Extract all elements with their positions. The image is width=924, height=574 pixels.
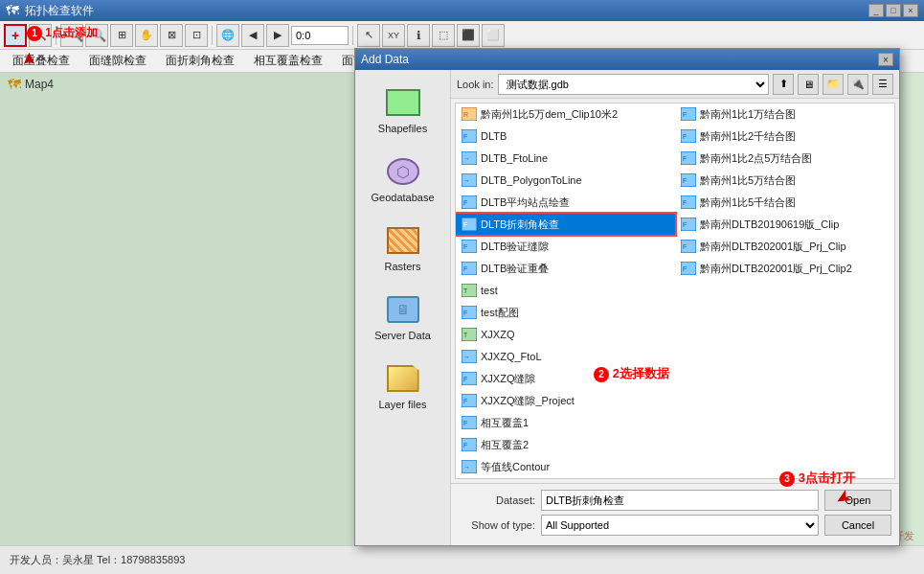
file-item-contour[interactable]: → 等值线Contour — [456, 456, 675, 477]
menu-face-overlap[interactable]: 面重叠检查 — [4, 50, 79, 72]
svg-text:F: F — [683, 133, 687, 140]
shapefiles-icon — [384, 86, 422, 119]
feature-file-icon-c2-1: F — [681, 107, 696, 121]
menu-face-gap[interactable]: 面缝隙检查 — [80, 50, 155, 72]
feature-file-icon-xgap: F — [462, 372, 477, 385]
file-item-dltb[interactable]: F DLTB — [456, 126, 675, 147]
file-item-empty5 — [675, 368, 894, 389]
add-data-button[interactable]: + — [4, 24, 27, 47]
close-button[interactable]: × — [903, 4, 918, 17]
dataset-input[interactable]: DLTB折刺角检查 — [541, 490, 819, 511]
file-item-col2-5[interactable]: F 黔南州1比5千结合图 — [675, 192, 894, 213]
file-item-col2-7[interactable]: F 黔南州DLTB202001版_Prj_Clip — [675, 236, 894, 257]
svg-text:F: F — [683, 177, 687, 184]
file-item-testmap[interactable]: F test配图 — [456, 302, 675, 323]
file-item-gap[interactable]: F DLTB验证缝隙 — [456, 236, 675, 257]
maximize-button[interactable]: □ — [886, 4, 901, 17]
file-item-col2-8[interactable]: F 黔南州DLTB202001版_Prj_Clip2 — [675, 258, 894, 279]
file-item-empty3 — [675, 324, 894, 345]
feature-file-icon-xftol: → — [462, 350, 477, 363]
tool1[interactable]: ⬚ — [432, 24, 455, 47]
layerfiles-label: Layer files — [378, 399, 426, 410]
left-server-data[interactable]: 🖥 Server Data — [360, 287, 446, 348]
menu-mutual-cover[interactable]: 相互覆盖检查 — [245, 50, 331, 72]
file-item-col2-1[interactable]: F 黔南州1比1万结合图 — [675, 103, 894, 125]
serverdata-label: Server Data — [374, 330, 431, 341]
identify-button[interactable]: ⊡ — [185, 24, 208, 47]
file-item-overlap[interactable]: F DLTB验证重叠 — [456, 258, 675, 279]
file-item-empty8 — [675, 434, 894, 455]
left-layer-files[interactable]: Layer files — [360, 356, 446, 417]
file-item-empty7 — [675, 412, 894, 433]
showtype-select[interactable]: All Supported — [541, 515, 819, 536]
dialog-close-button[interactable]: × — [878, 53, 893, 66]
nav-new-folder-button[interactable]: 📁 — [823, 74, 844, 95]
file-item-col2-2[interactable]: F 黔南州1比2千结合图 — [675, 126, 894, 147]
file-item-polytoline[interactable]: → DLTB_PolygonToLine — [456, 170, 675, 191]
lookin-select[interactable]: 测试数据.gdb — [498, 74, 769, 95]
file-item-test[interactable]: T test — [456, 280, 675, 301]
nav-connect-button[interactable]: 🔌 — [847, 74, 868, 95]
svg-text:F: F — [683, 221, 687, 228]
tool3[interactable]: ⬜ — [482, 24, 505, 47]
feature-file-icon-polytoline: → — [462, 173, 477, 187]
xy-button[interactable]: XY — [382, 24, 405, 47]
minimize-button[interactable]: _ — [868, 4, 884, 17]
nav-up-button[interactable]: ⬆ — [773, 74, 794, 95]
coord-input[interactable]: 0:0 — [291, 26, 349, 45]
file-item-xjxzq-ftol[interactable]: → XJXZQ_FtoL — [456, 346, 675, 367]
file-item-xjxzq[interactable]: T XJXZQ — [456, 324, 675, 345]
file-item-mutual1[interactable]: F 相互覆盖1 — [456, 412, 675, 433]
dialog-lookin-toolbar: Look in: 测试数据.gdb ⬆ 🖥 📁 🔌 ☰ — [451, 70, 899, 99]
sep2 — [212, 26, 213, 45]
app-window: 🗺 拓扑检查软件 _ □ × 1 1点击添加 ➤ + 🔍 +🔍 -🔍 ⊞ ✋ ⊠… — [0, 0, 924, 574]
sep3 — [352, 26, 353, 45]
menu-face-angle[interactable]: 面折刺角检查 — [157, 50, 243, 72]
map-label: 🗺 Map4 — [0, 73, 364, 96]
select-button[interactable]: ⊠ — [160, 24, 183, 47]
left-shapefiles[interactable]: Shapefiles — [360, 80, 446, 141]
full-extent-button[interactable]: ⊞ — [110, 24, 133, 47]
annotation-2: 2 2选择数据 — [594, 365, 669, 382]
svg-text:F: F — [463, 376, 467, 382]
table-file-icon-test: T — [462, 284, 477, 297]
map-icon: 🗺 — [8, 77, 21, 92]
cancel-button[interactable]: Cancel — [824, 515, 891, 536]
feature-file-icon-c2-8: F — [681, 262, 696, 275]
file-item-col2-6[interactable]: F 黔南州DLTB20190619版_Clip — [675, 214, 894, 235]
file-item-dem[interactable]: R 黔南州1比5万dem_Clip10米2 — [456, 103, 675, 125]
shapefiles-label: Shapefiles — [378, 123, 427, 134]
hand-button[interactable]: ✋ — [135, 24, 158, 47]
file-item-empty6 — [675, 390, 894, 411]
file-item-ftoline[interactable]: → DLTB_FtoLine — [456, 148, 675, 169]
svg-text:F: F — [463, 398, 467, 404]
map-title: Map4 — [25, 78, 54, 91]
file-item-empty4 — [675, 346, 894, 367]
svg-text:F: F — [683, 199, 687, 206]
file-item-avg[interactable]: F DLTB平均站点绘查 — [456, 192, 675, 213]
nav-desktop-button[interactable]: 🖥 — [798, 74, 819, 95]
feature-file-icon-contour: → — [462, 460, 477, 473]
svg-text:F: F — [683, 243, 687, 250]
file-item-col2-4[interactable]: F 黔南州1比5万结合图 — [675, 170, 894, 191]
file-item-mutual2[interactable]: F 相互覆盖2 — [456, 434, 675, 455]
file-item-col2-3[interactable]: F 黔南州1比2点5万结合图 — [675, 148, 894, 169]
arrow-tool[interactable]: ↖ — [357, 24, 380, 47]
file-item-angle-check[interactable]: F DLTB折刺角检查 — [456, 214, 675, 235]
feature-file-icon-testmap: F — [462, 306, 477, 319]
svg-text:F: F — [463, 265, 467, 272]
info-button[interactable]: ℹ — [407, 24, 430, 47]
left-geodatabase[interactable]: ⬡ Geodatabase — [360, 149, 446, 210]
tool2[interactable]: ⬛ — [457, 24, 480, 47]
file-item-xproj[interactable]: F XJXZQ缝隙_Project — [456, 390, 675, 411]
left-rasters[interactable]: Rasters — [360, 218, 446, 279]
geodatabase-icon: ⬡ — [384, 155, 422, 188]
globe-button[interactable]: 🌐 — [216, 24, 239, 47]
dataset-label: Dataset: — [459, 494, 535, 506]
feature-file-icon-c2-6: F — [681, 218, 696, 231]
back-button[interactable]: ◀ — [241, 24, 264, 47]
layerfiles-icon — [384, 362, 422, 395]
rasters-icon — [384, 224, 422, 257]
forward-button[interactable]: ▶ — [266, 24, 289, 47]
nav-view-button[interactable]: ☰ — [872, 74, 893, 95]
